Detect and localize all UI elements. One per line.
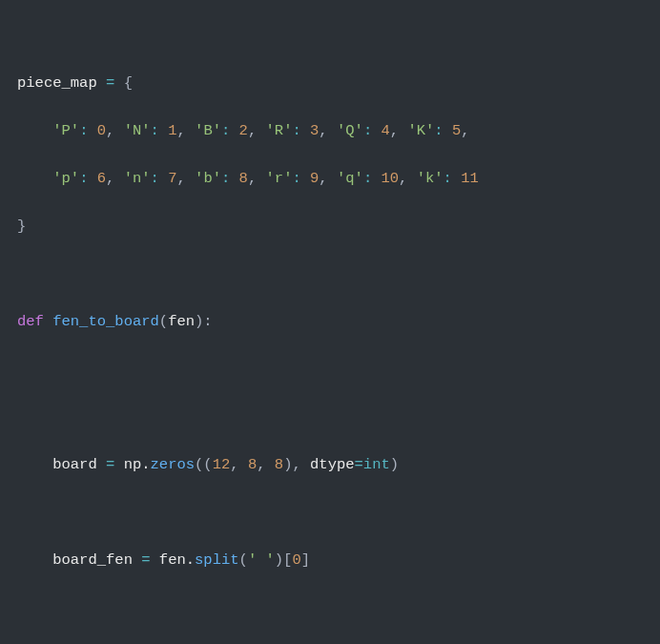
type: int	[363, 456, 390, 473]
blank-line	[17, 501, 643, 525]
parameter: fen	[168, 313, 195, 330]
blank-line	[17, 596, 643, 620]
operator: =	[97, 74, 124, 92]
brace: }	[17, 218, 26, 235]
code-line: def fen_to_board(fen):	[17, 310, 643, 334]
identifier: piece_map	[17, 74, 97, 92]
keyword-def: def	[17, 313, 52, 330]
code-block: piece_map = { 'P': 0, 'N': 1, 'B': 2, 'R…	[17, 48, 643, 644]
code-line: piece_map = {	[17, 72, 643, 95]
number: 0	[97, 122, 106, 139]
method-call: zeros	[151, 456, 196, 473]
blank-line	[17, 358, 643, 382]
brace: {	[124, 74, 133, 92]
code-line: board_fen = fen.split(' ')[0]	[17, 549, 643, 572]
code-line: 'P': 0, 'N': 1, 'B': 2, 'R': 3, 'Q': 4, …	[17, 119, 643, 143]
blank-line	[17, 405, 643, 429]
code-line: 'p': 6, 'n': 7, 'b': 8, 'r': 9, 'q': 10,…	[17, 167, 643, 191]
code-line: }	[17, 215, 643, 239]
string: 'P'	[52, 122, 79, 139]
blank-line	[17, 262, 643, 286]
code-line: board = np.zeros((12, 8, 8), dtype=int)	[17, 453, 643, 477]
function-name: fen_to_board	[52, 313, 159, 330]
